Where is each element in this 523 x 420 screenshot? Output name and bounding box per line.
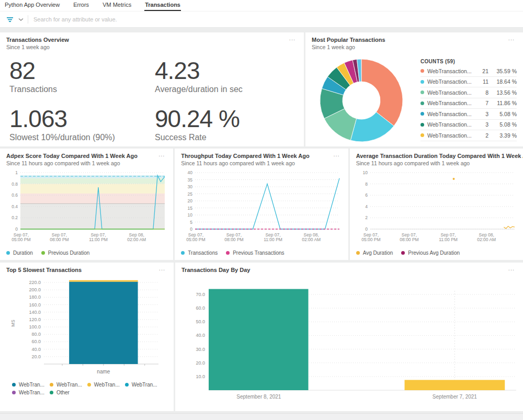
svg-text:September 7, 2021: September 7, 2021 [433,394,477,400]
row-dot [420,112,424,116]
metric-average-duration: 4.23 Average/duration in sec [155,59,298,94]
legend-item-webtran[interactable]: WebTran... [12,390,44,395]
bar-september-7-2021[interactable] [405,380,505,390]
panel-menu-button[interactable]: ... [156,265,168,272]
svg-text:Sep 07,08:00 PM: Sep 07,08:00 PM [225,232,244,242]
svg-text:Sep 07,08:00 PM: Sep 07,08:00 PM [400,232,418,242]
svg-text:8: 8 [365,181,368,187]
svg-text:35: 35 [188,177,193,183]
legend-item-previous-duration[interactable]: Previous Duration [41,250,89,256]
legend-dot [50,391,53,394]
legend-dot [6,251,10,255]
transaction-row[interactable]: WebTransaction...35.08 % [420,120,517,131]
legend-label: Avg Duration [363,250,393,256]
throughput-chart[interactable]: 4035302520151050Sep 07,05:00 PMSep 07,08… [181,169,342,246]
adpex-chart[interactable]: 10.80.60.40.20Sep 07,05:00 PMSep 07,08:0… [6,169,167,246]
tab-python-app-overview[interactable]: Python App Overview [4,0,60,11]
row-dot [420,133,424,137]
panel-menu-button[interactable]: ... [505,265,518,272]
panel-menu-button[interactable]: ... [286,35,299,42]
legend-dot [401,251,405,255]
transaction-row[interactable]: WebTransaction...813.56 % [420,87,517,98]
filter-chevron-button[interactable] [16,17,26,22]
legend-item-webtran[interactable]: WebTran... [87,382,120,388]
panel-menu-button[interactable]: ... [155,151,168,158]
transaction-row[interactable]: WebTransaction...711.86 % [420,98,517,109]
legend-label: Previous Duration [48,250,89,256]
svg-text:20: 20 [188,198,193,203]
svg-text:220.0: 220.0 [29,280,41,285]
donut-slice[interactable] [361,59,403,126]
transaction-row[interactable]: WebTransaction...35.08 % [420,109,517,120]
row-percent: 18.64 % [488,78,517,85]
legend-item-duration[interactable]: Duration [6,250,33,256]
panel-menu-button[interactable]: ... [330,151,343,158]
svg-text:30: 30 [188,184,193,189]
tab-transactions[interactable]: Transactions [144,0,181,11]
svg-text:160.0: 160.0 [29,302,41,308]
legend-item-avg-duration[interactable]: Avg Duration [356,250,393,256]
panel-adpex-score: Adpex Score Today Compared With 1 Week A… [0,149,173,260]
panel-subtitle: Since 11 hours ago compared with 1 week … [6,160,167,166]
tab-vm-metrics[interactable]: VM Metrics [102,0,132,11]
svg-text:10: 10 [362,170,368,175]
row-percent: 5.08 % [488,111,517,117]
legend-item-transactions[interactable]: Transactions [181,250,218,256]
legend-item-webtran[interactable]: WebTran... [50,382,82,388]
row-count: 3 [474,121,488,128]
panel-menu-button[interactable]: ... [505,151,518,158]
svg-text:1: 1 [15,170,18,175]
bar-september-8-2021[interactable] [209,289,309,390]
legend-item-other[interactable]: Other [50,390,70,395]
panel-top5-slowest-transactions: Top 5 Slowest Transactions ... 220.0200.… [0,263,174,411]
svg-text:0: 0 [15,226,18,232]
legend-dot [41,251,45,255]
popular-donut-chart[interactable] [312,52,418,146]
avg-duration-chart[interactable]: 1086420Sep 07,05:00 PMSep 07,08:00 PMSep… [356,169,517,246]
legend-item-webtran[interactable]: WebTran... [125,382,157,388]
top5-chart[interactable]: 220.0200.0180.0160.0140.0120.0100.080.06… [6,276,167,381]
legend-item-previous-transactions[interactable]: Previous Transactions [226,250,284,256]
daybyday-chart[interactable]: 70.060.050.040.030.020.010.0September 8,… [181,276,517,405]
legend-dot [12,383,16,387]
legend-dot [50,383,53,387]
row-percent: 5.08 % [488,121,517,128]
svg-text:20.0: 20.0 [31,354,41,359]
svg-text:20.0: 20.0 [196,360,205,366]
svg-text:Sep 08,02:00 AM: Sep 08,02:00 AM [302,232,321,242]
row-dot [420,80,424,84]
legend-label: WebTran... [19,382,44,388]
svg-text:6: 6 [365,192,368,198]
legend-item-previous-avg-duration[interactable]: Previous Avg Duration [401,250,460,256]
bar-segment[interactable] [69,280,138,282]
panel-title: Transactions Overview [6,37,298,43]
panel-title: Transactions Day By Day [181,267,517,273]
footer-bar [0,413,523,420]
throughput-legend: TransactionsPrevious Transactions [181,250,342,256]
panel-subtitle: Since 11 hours ago compared with 1 week … [181,160,342,166]
counts-header: COUNTS (59) [420,59,517,64]
panel-title: Average Transaction Duration Today Compa… [356,153,517,159]
svg-text:5: 5 [190,220,193,225]
svg-text:Sep 07,08:00 PM: Sep 07,08:00 PM [50,232,69,242]
panel-title: Adpex Score Today Compared With 1 Week A… [6,153,167,159]
transaction-row[interactable]: WebTransaction...2135.59 % [420,66,517,77]
transaction-row[interactable]: WebTransaction...1118.64 % [420,77,517,88]
transaction-row[interactable]: WebTransaction...23.39 % [420,130,517,141]
panel-menu-button[interactable]: ... [505,35,518,42]
row-dot [420,90,424,94]
bar-segment[interactable] [69,282,138,364]
search-divider [28,15,28,24]
tab-errors[interactable]: Errors [73,0,89,11]
panel-most-popular-transactions: Most Popular Transactions Since 1 week a… [305,32,523,146]
legend-label: WebTran... [56,382,82,388]
counts-table-body: WebTransaction...2135.59 %WebTransaction… [420,66,517,141]
filter-button[interactable] [4,16,16,24]
svg-text:0.8: 0.8 [12,181,18,187]
metric-value: 90.24 % [155,107,298,131]
svg-text:0.6: 0.6 [12,192,18,198]
legend-item-webtran[interactable]: WebTran... [12,382,44,388]
search-input[interactable] [32,16,519,23]
metric-value: 82 [9,59,155,83]
row-percent: 13.56 % [488,89,517,96]
